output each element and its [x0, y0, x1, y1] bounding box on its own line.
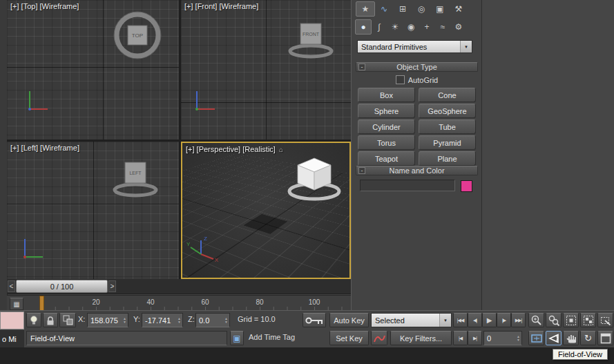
y-position-field[interactable]: -17.741 ▲▼	[142, 313, 183, 327]
isolate-selection-button[interactable]	[26, 313, 41, 327]
viewcube[interactable]	[282, 153, 346, 205]
spinner-down-icon[interactable]: ▼	[517, 338, 520, 342]
field-of-view-button[interactable]	[546, 331, 562, 345]
zoom-all-button[interactable]	[546, 313, 562, 327]
geometry-category-button[interactable]: ●	[355, 19, 372, 35]
rollout-title: Object Type	[396, 63, 437, 71]
mini-curve-editor-button[interactable]: ▦	[10, 298, 23, 310]
next-key-button[interactable]: ▶|	[468, 331, 482, 345]
chevron-down-icon[interactable]: ▼	[439, 314, 451, 327]
previous-frame-button[interactable]: ◀|	[468, 313, 482, 327]
chevron-down-icon[interactable]: ▼	[460, 41, 472, 52]
track-bar[interactable]: ▦ 20406080100	[7, 295, 351, 312]
viewport-perspective[interactable]: [+] [Perspective] [Realistic] ⌂ Z X Y	[181, 142, 351, 279]
right-dock-panel	[481, 0, 614, 310]
go-to-start-button[interactable]: |◀◀	[453, 313, 468, 327]
object-name-input[interactable]	[360, 180, 455, 191]
frame-marker[interactable]	[39, 296, 44, 311]
go-to-end-button[interactable]: ▶▶|	[511, 313, 526, 327]
absolute-offset-mode-button[interactable]	[59, 313, 76, 327]
auto-key-button[interactable]: Auto Key	[329, 313, 369, 327]
tube-button[interactable]: Tube	[419, 119, 476, 134]
previous-frame-arrow[interactable]: <	[8, 280, 15, 292]
next-frame-arrow[interactable]: >	[108, 280, 116, 292]
hierarchy-tab[interactable]: ⊞	[393, 1, 412, 17]
selection-lock-button[interactable]	[43, 313, 58, 327]
object-color-swatch[interactable]	[461, 180, 472, 192]
pyramid-button[interactable]: Pyramid	[419, 135, 476, 150]
time-slider[interactable]: < 0 / 100 >	[7, 279, 351, 294]
object-shadow	[243, 214, 287, 234]
set-key-button[interactable]: Set Key	[329, 331, 369, 345]
zoom-button[interactable]	[528, 313, 544, 327]
lights-category-button[interactable]: ☀	[387, 19, 403, 35]
create-tab[interactable]: ★	[356, 1, 375, 17]
motion-tab[interactable]: ◎	[412, 1, 431, 17]
collapse-icon[interactable]: -	[358, 64, 365, 70]
zoom-extents-all-button[interactable]	[580, 313, 596, 327]
viewport-left[interactable]: [+] [Left] [Wireframe] LEFT	[7, 142, 179, 279]
plane-button[interactable]: Plane	[419, 151, 476, 166]
key-filters-button[interactable]: Key Filters...	[390, 331, 452, 345]
viewcube[interactable]: TOP	[111, 9, 164, 63]
systems-category-button[interactable]: ⚙	[450, 19, 467, 35]
spinner-down-icon[interactable]: ▼	[224, 320, 228, 324]
viewport-top[interactable]: [+] [Top] [Wireframe] TOP	[7, 0, 179, 140]
add-time-tag-button[interactable]: Add Time Tag	[249, 333, 295, 341]
zoom-region-icon	[599, 314, 612, 327]
cylinder-button[interactable]: Cylinder	[358, 119, 415, 134]
cone-button[interactable]: Cone	[419, 88, 476, 102]
set-keys-button[interactable]	[303, 313, 326, 327]
viewport-left-label[interactable]: [+] [Left] [Wireframe]	[10, 144, 79, 152]
maxscript-listener-output[interactable]: o Mi	[0, 330, 24, 347]
time-tag-icon[interactable]: ▣	[230, 331, 244, 345]
zoom-extents-button[interactable]	[563, 313, 579, 327]
pan-zoom-2d-button[interactable]	[528, 331, 544, 345]
spinner-down-icon[interactable]: ▼	[123, 320, 126, 324]
autogrid-checkbox[interactable]	[396, 75, 405, 84]
primitive-category-dropdown[interactable]: Standard Primitives ▼	[357, 40, 472, 53]
current-frame-field[interactable]: 0 ▲▼	[483, 331, 522, 345]
object-type-rollout[interactable]: - Object Type	[356, 62, 478, 72]
utilities-tab[interactable]: ⚒	[449, 1, 468, 17]
spinner-down-icon[interactable]: ▼	[178, 320, 181, 324]
viewport-top-label[interactable]: [+] [Top] [Wireframe]	[10, 2, 79, 10]
space-warps-category-button[interactable]: ≈	[434, 19, 451, 35]
orbit-button[interactable]: ↻	[580, 331, 596, 345]
axis-tripod-icon	[19, 236, 47, 260]
pan-hand-icon	[565, 332, 577, 345]
pan-view-button[interactable]	[563, 331, 579, 345]
torus-button[interactable]: Torus	[358, 135, 415, 150]
viewcube[interactable]: LEFT	[109, 157, 162, 201]
viewcube[interactable]: FRONT	[285, 18, 337, 62]
z-position-field[interactable]: 0.0 ▲▼	[195, 313, 230, 327]
maximize-viewport-button[interactable]	[597, 331, 613, 345]
viewport-front[interactable]: [+] [Front] [Wireframe] FRONT	[181, 0, 351, 140]
next-frame-button[interactable]: |▶	[497, 313, 511, 327]
play-button[interactable]: ▶	[482, 313, 497, 327]
name-and-color-rollout[interactable]: - Name and Color	[356, 166, 478, 175]
viewcube-3d-icon	[282, 153, 346, 204]
selection-set-dropdown[interactable]: Selected ▼	[371, 313, 452, 327]
helpers-category-button[interactable]: +	[419, 19, 435, 35]
geosphere-button[interactable]: GeoSphere	[419, 104, 476, 118]
zoom-region-button[interactable]	[597, 313, 613, 327]
cameras-category-button[interactable]: ◉	[403, 19, 419, 35]
sphere-button[interactable]: Sphere	[358, 104, 415, 118]
previous-key-button[interactable]: |◀	[453, 331, 468, 345]
teapot-button[interactable]: Teapot	[358, 151, 415, 166]
home-icon[interactable]: ⌂	[279, 146, 283, 153]
x-position-field[interactable]: 158.075 ▲▼	[87, 313, 128, 327]
box-button[interactable]: Box	[358, 88, 415, 102]
time-slider-handle[interactable]: 0 / 100	[16, 280, 108, 293]
display-tab[interactable]: ▣	[430, 1, 450, 17]
shapes-category-button[interactable]: ∫	[371, 19, 387, 35]
viewport-perspective-label[interactable]: [+] [Perspective] [Realistic] ⌂	[186, 145, 283, 153]
maxscript-mini-listener[interactable]	[0, 312, 24, 329]
viewport-front-label[interactable]: [+] [Front] [Wireframe]	[184, 2, 258, 10]
cameras-icon: ◉	[407, 22, 414, 32]
viewport-label-text[interactable]: [+] [Perspective] [Realistic]	[186, 145, 276, 153]
collapse-icon[interactable]: -	[358, 167, 365, 174]
modify-tab[interactable]: ∿	[374, 1, 394, 17]
key-tangents-button[interactable]	[371, 331, 387, 345]
